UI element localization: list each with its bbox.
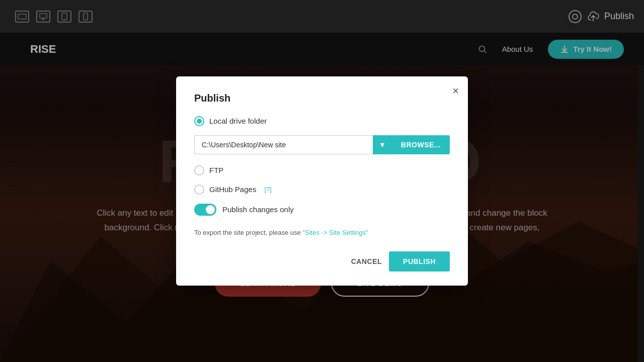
publish-modal: Publish × Local drive folder ▼ BROWSE...… xyxy=(176,76,468,286)
modal-footer: CANCEL PUBLISH xyxy=(194,251,450,272)
radio-github-circle xyxy=(194,185,204,195)
browse-button[interactable]: BROWSE... xyxy=(392,135,450,154)
radio-github-label: GitHub Pages xyxy=(209,185,256,194)
path-dropdown-button[interactable]: ▼ xyxy=(373,135,392,154)
radio-local-drive[interactable]: Local drive folder xyxy=(194,116,450,126)
modal-overlay: Publish × Local drive folder ▼ BROWSE...… xyxy=(0,0,644,362)
modal-close-button[interactable]: × xyxy=(452,85,459,97)
radio-ftp-circle xyxy=(194,165,204,175)
toggle-thumb xyxy=(206,205,215,214)
path-row: ▼ BROWSE... xyxy=(194,135,450,154)
github-help-link[interactable]: [?] xyxy=(264,186,271,193)
radio-ftp-label: FTP xyxy=(209,166,223,174)
export-note-text: To export the site project, please use xyxy=(194,229,302,236)
radio-local-drive-circle xyxy=(194,116,204,126)
cancel-button[interactable]: CANCEL xyxy=(351,257,382,265)
export-note: To export the site project, please use "… xyxy=(194,228,450,238)
modal-title: Publish xyxy=(194,93,450,104)
toggle-label: Publish changes only xyxy=(222,205,294,214)
radio-github[interactable]: GitHub Pages [?] xyxy=(194,185,450,195)
radio-ftp[interactable]: FTP xyxy=(194,165,450,175)
publish-button[interactable]: PUBLISH xyxy=(389,251,450,272)
publish-changes-toggle[interactable] xyxy=(194,204,216,216)
dropdown-arrow: ▼ xyxy=(379,141,386,149)
path-input[interactable] xyxy=(194,135,373,154)
export-settings-link[interactable]: "Sites -> Site Settings" xyxy=(302,229,368,236)
toggle-row: Publish changes only xyxy=(194,204,450,216)
radio-local-drive-label: Local drive folder xyxy=(209,117,267,125)
